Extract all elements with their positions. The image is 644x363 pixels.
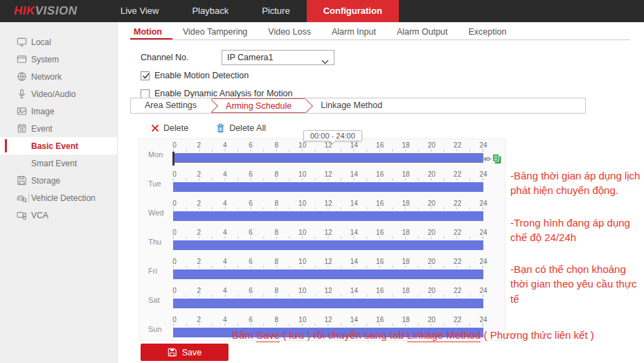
hour-ruler: 024681012141618202224 xyxy=(173,287,483,297)
schedule-bar[interactable] xyxy=(173,211,483,221)
schedule-bar[interactable] xyxy=(173,240,483,250)
schedule-row-mon[interactable]: Mon024681012141618202224 xyxy=(139,141,505,170)
hour-tick-label: 0 xyxy=(172,170,177,178)
hour-tick-label: 10 xyxy=(298,141,306,149)
hour-tick-label: 6 xyxy=(249,258,253,265)
delete-button[interactable]: Delete xyxy=(151,123,188,133)
hour-tick-label: 0 xyxy=(172,258,177,265)
sidebar-item-image[interactable]: Image xyxy=(0,103,117,120)
tab-exception[interactable]: Exception xyxy=(458,25,517,39)
hour-tick-label: 6 xyxy=(249,287,253,294)
nav-configuration[interactable]: Configuration xyxy=(307,0,399,22)
schedule-bar[interactable] xyxy=(173,299,483,308)
hour-tick-label: 12 xyxy=(324,170,332,178)
hour-tick-label: 4 xyxy=(223,316,227,324)
sidebar-item-basic-event[interactable]: Basic Event xyxy=(0,137,117,154)
delete-all-button[interactable]: Delete All xyxy=(216,123,266,133)
schedule-bar[interactable] xyxy=(173,269,483,279)
hour-tick-label: 24 xyxy=(479,287,487,294)
bar-resize-handle-left[interactable] xyxy=(172,152,175,166)
hour-tick-label: 10 xyxy=(298,200,306,207)
annotation-note-2: -Trong hình đang áp dụng chế độ 24/24h xyxy=(510,215,644,245)
nav-live-view[interactable]: Live View xyxy=(104,0,175,22)
sidebar-item-vca[interactable]: VCA xyxy=(0,206,117,224)
schedule-row-thu[interactable]: Thu024681012141618202224 xyxy=(139,229,505,258)
vca-icon xyxy=(17,210,27,220)
enable-motion-detection-checkbox[interactable]: Enable Motion Detection xyxy=(141,71,249,80)
event-icon xyxy=(17,123,27,134)
hour-tick-label: 16 xyxy=(376,141,384,149)
hour-tick-label: 4 xyxy=(223,258,227,265)
hour-tick-label: 12 xyxy=(324,200,332,207)
sidebar-item-network[interactable]: Network xyxy=(0,68,117,85)
schedule-bar[interactable] xyxy=(173,153,483,163)
hour-tick-label: 20 xyxy=(428,200,436,207)
tab-video-tampering[interactable]: Video Tampering xyxy=(172,25,258,39)
sidebar-item-system[interactable]: System xyxy=(0,51,117,68)
nav-playback[interactable]: Playback xyxy=(175,0,245,22)
hour-ruler: 024681012141618202224 xyxy=(173,229,483,239)
subtab-arming-schedule[interactable]: Arming Schedule xyxy=(212,98,305,113)
annotations-column: -Bảng thời gian áp dụng lịch phát hiện c… xyxy=(510,168,644,324)
nav-picture[interactable]: Picture xyxy=(245,0,306,22)
copy-schedule-icon[interactable] xyxy=(492,153,502,167)
hour-tick-label: 6 xyxy=(249,316,253,324)
tab-alarm-input[interactable]: Alarm Input xyxy=(321,25,386,39)
hour-tick-label: 24 xyxy=(479,229,487,236)
sidebar-item-video-audio[interactable]: Video/Audio xyxy=(0,85,117,103)
sidebar-item-label: System xyxy=(31,55,59,64)
hour-tick-label: 16 xyxy=(376,287,384,294)
hour-tick-label: 14 xyxy=(350,258,358,265)
tab-alarm-output[interactable]: Alarm Output xyxy=(386,25,458,39)
hour-tick-label: 12 xyxy=(324,316,332,324)
save-button[interactable]: Save xyxy=(141,344,229,361)
hour-tick-label: 24 xyxy=(479,258,487,265)
schedule-row-wed[interactable]: Wed024681012141618202224 xyxy=(139,200,505,229)
schedule-bar-track[interactable] xyxy=(173,299,483,308)
sidebar-item-smart-event[interactable]: Smart Event xyxy=(0,154,117,172)
hour-tick-label: 4 xyxy=(223,287,227,294)
tab-motion[interactable]: Motion xyxy=(130,25,172,39)
topbar: HIKVISION Live ViewPlaybackPictureConfig… xyxy=(0,0,644,22)
schedule-bar-track[interactable] xyxy=(173,211,483,221)
sidebar-item-event[interactable]: Event xyxy=(0,120,117,137)
hour-ruler: 024681012141618202224 xyxy=(173,258,483,268)
day-label: Tue xyxy=(148,179,161,188)
hour-tick-label: 14 xyxy=(350,200,358,207)
bar-resize-handle-right[interactable] xyxy=(482,154,492,166)
sidebar-item-vehicle-detection[interactable]: Vehicle Detection xyxy=(0,189,117,206)
hour-tick-label: 12 xyxy=(324,141,332,149)
hour-tick-label: 8 xyxy=(275,258,279,265)
schedule-bar-track[interactable] xyxy=(173,269,483,279)
hour-tick-label: 4 xyxy=(223,170,227,178)
hour-tick-label: 8 xyxy=(275,287,279,294)
sidebar-item-storage[interactable]: Storage xyxy=(0,172,117,189)
schedule-row-fri[interactable]: Fri024681012141618202224 xyxy=(139,258,505,287)
channel-select[interactable]: IP Camera1 xyxy=(222,50,334,65)
hour-tick-label: 10 xyxy=(298,170,306,178)
schedule-bar-track[interactable] xyxy=(173,240,483,250)
subtab-area-settings[interactable]: Area Settings xyxy=(131,98,211,113)
tab-video-loss[interactable]: Video Loss xyxy=(258,25,321,39)
hikvision-config-window: HIKVISION Live ViewPlaybackPictureConfig… xyxy=(0,0,644,363)
sidebar-item-label: VCA xyxy=(31,211,48,220)
schedule-row-tue[interactable]: Tue024681012141618202224 xyxy=(139,170,505,200)
sidebar-item-local[interactable]: Local xyxy=(0,33,117,51)
schedule-row-sat[interactable]: Sat024681012141618202224 xyxy=(139,287,505,316)
event-tabs: MotionVideo TamperingVideo LossAlarm Inp… xyxy=(130,25,630,40)
hour-tick-label: 16 xyxy=(376,170,384,178)
enable-dynamic-analysis-checkbox[interactable]: Enable Dynamic Analysis for Motion xyxy=(141,89,292,98)
hour-tick-label: 18 xyxy=(402,170,409,178)
hour-tick-label: 2 xyxy=(197,316,202,324)
time-range-tooltip: 00:00 - 24:00 xyxy=(303,130,362,141)
storage-icon xyxy=(17,175,27,186)
hour-tick-label: 2 xyxy=(197,200,202,207)
hour-tick-label: 6 xyxy=(249,170,253,178)
schedule-grid[interactable]: 00:00 - 24:00 Mon024681012141618202224Tu… xyxy=(138,139,506,341)
schedule-bar[interactable] xyxy=(173,182,483,192)
subtab-linkage-method[interactable]: Linkage Method xyxy=(307,98,396,113)
schedule-bar-track[interactable] xyxy=(173,182,483,192)
hour-tick-label: 22 xyxy=(454,170,461,178)
hour-tick-label: 24 xyxy=(479,141,487,149)
schedule-bar-track[interactable] xyxy=(173,153,483,163)
